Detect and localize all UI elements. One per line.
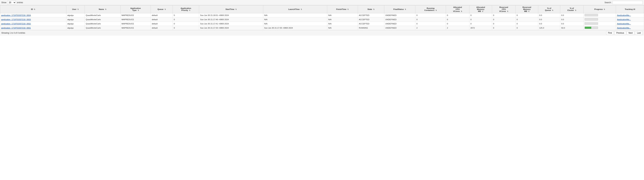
cell-runningContainers: 0 [415, 22, 446, 26]
top-bar: Show 10 20 50 100 entries Search: [0, 0, 644, 5]
cell-appType: MAPREDUCE [120, 22, 151, 26]
sort-arrows-apppriority: ⇅ [189, 10, 190, 11]
cell-runningContainers: 2 [415, 26, 446, 30]
cell-progress [584, 26, 616, 30]
cell-appType: MAPREDUCE [120, 26, 151, 30]
previous-button[interactable]: Previous [614, 31, 626, 35]
cell-queue: default [150, 22, 172, 26]
col-id[interactable]: ID ⇅ [0, 5, 66, 13]
col-start-time[interactable]: StartTime ⇅ [199, 5, 263, 13]
sort-arrows-progress: ⇅ [604, 9, 605, 10]
cell-reservedMemory: 0 [516, 13, 538, 18]
cell-pctQueue: 0.0 [538, 22, 560, 26]
cell-trackingUI[interactable]: ApplicationMa... [616, 22, 644, 26]
col-alloc-memory[interactable]: AllocatedMemoryMB ⇅ [470, 5, 492, 13]
cell-launchTime: N/A [263, 22, 327, 26]
col-reserved-cpu[interactable]: ReservedCPUVCores ⇅ [492, 5, 516, 13]
cell-progress [584, 22, 616, 26]
cell-startTime: Sun Jun 30 21:18:01 +0800 2024 [199, 13, 263, 18]
pagination-buttons: First Previous Next Last [606, 31, 643, 35]
last-button[interactable]: Last [635, 31, 643, 35]
table-row: application_1719753337218_0002atguiguQua… [0, 22, 644, 26]
col-pct-cluster[interactable]: % ofCluster ⇅ [560, 5, 584, 13]
cell-name: QuasiMonteCarlo [84, 26, 120, 30]
col-progress[interactable]: Progress ⇅ [584, 5, 616, 13]
search-bar: Search: [604, 1, 643, 4]
col-app-priority[interactable]: ApplicationPriority ⇅ [172, 5, 199, 13]
cell-startTime: Sun Jun 30 21:17:41 +0800 2024 [199, 22, 263, 26]
col-app-type[interactable]: ApplicationType ⇅ [120, 5, 151, 13]
cell-reservedCPU: 0 [492, 26, 516, 30]
first-button[interactable]: First [606, 31, 614, 35]
cell-startTime: Sun Jun 30 21:17:46 +0800 2024 [199, 18, 263, 22]
show-entries-container: Show 10 20 50 100 entries [1, 1, 23, 4]
cell-state: ACCEPTED [358, 22, 384, 26]
col-name[interactable]: Name ⇅ [84, 5, 120, 13]
entries-label: entries [17, 1, 23, 4]
col-final-status[interactable]: FinalStatus ⇅ [384, 5, 415, 13]
sort-arrows-user: ⇅ [78, 9, 79, 10]
progress-bar-container [584, 27, 598, 29]
cell-trackingUI[interactable]: ApplicationMa... [616, 18, 644, 22]
sort-arrows-alloccpu: ⇅ [461, 11, 462, 12]
cell-progress [584, 18, 616, 22]
cell-finalStatus: UNDEFINED [384, 22, 415, 26]
cell-id[interactable]: application_1719753337218_0003 [0, 18, 66, 22]
cell-id[interactable]: application_1719753337218_0002 [0, 22, 66, 26]
cell-id[interactable]: application_1719753337218_0001 [0, 26, 66, 30]
table-row: application_1719753337218_0001atguiguQua… [0, 26, 644, 30]
cell-reservedCPU: 0 [492, 13, 516, 18]
sort-arrows-apptype: ⇅ [138, 10, 139, 11]
cell-allocMemory: 3072 [470, 26, 492, 30]
sort-arrows-id: ⇅ [34, 9, 35, 10]
col-running-containers[interactable]: RunningContainers ⇅ [415, 5, 446, 13]
cell-state: ACCEPTED [358, 18, 384, 22]
cell-allocCPU: 0 [446, 22, 469, 26]
cell-pctCluster: 0.0 [560, 18, 584, 22]
sort-arrows-finalstatus: ⇅ [405, 9, 406, 10]
cell-name: QuasiMonteCarlo [84, 18, 120, 22]
col-reserved-memory[interactable]: ReservedMemoryMB ⇅ [516, 5, 538, 13]
cell-pctQueue: 0.0 [538, 13, 560, 18]
progress-bar-fill [585, 27, 591, 29]
table-header-row: ID ⇅ User ⇅ Name ⇅ ApplicationType ⇅ Que… [0, 5, 644, 13]
cell-launchTime: N/A [263, 13, 327, 18]
col-launch-time[interactable]: LaunchTime ⇅ [263, 5, 327, 13]
col-alloc-cpu[interactable]: AllocatedCPUVCores ⇅ [446, 5, 469, 13]
entries-select[interactable]: 10 20 50 100 [8, 1, 16, 4]
cell-launchTime: N/A [263, 18, 327, 22]
cell-reservedMemory: 0 [516, 26, 538, 30]
cell-trackingUI[interactable]: ApplicationMa... [616, 13, 644, 18]
cell-state: ACCEPTED [358, 13, 384, 18]
cell-finishTime: N/A [327, 26, 358, 30]
sort-arrows-rescpu: ⇅ [507, 11, 508, 12]
sort-arrows-resmem: ⇅ [528, 11, 530, 12]
col-tracking-ui[interactable]: Tracking UI [616, 5, 644, 13]
cell-allocMemory: 0 [470, 18, 492, 22]
cell-appType: MAPREDUCE [120, 13, 151, 18]
progress-bar-container [584, 22, 598, 25]
cell-trackingUI[interactable]: ApplicationMa... [616, 26, 644, 30]
cell-id[interactable]: application_1719753337218_0004 [0, 13, 66, 18]
cell-runningContainers: 0 [415, 13, 446, 18]
cell-user: atguigu [66, 13, 85, 18]
cell-reservedMemory: 0 [516, 18, 538, 22]
cell-appType: MAPREDUCE [120, 18, 151, 22]
sort-arrows-starttime: ⇅ [235, 9, 237, 10]
cell-finishTime: N/A [327, 13, 358, 18]
cell-finishTime: N/A [327, 18, 358, 22]
cell-allocCPU: 0 [446, 18, 469, 22]
cell-name: QuasiMonteCarlo [84, 13, 120, 18]
cell-pctCluster: 0.0 [560, 22, 584, 26]
next-button[interactable]: Next [627, 31, 634, 35]
search-input[interactable] [612, 1, 643, 4]
col-user[interactable]: User ⇅ [66, 5, 85, 13]
col-queue[interactable]: Queue ⇅ [150, 5, 172, 13]
cell-allocMemory: 0 [470, 22, 492, 26]
cell-user: atguigu [66, 18, 85, 22]
col-state[interactable]: State ⇅ [358, 5, 384, 13]
cell-allocCPU: 0 [446, 13, 469, 18]
col-pct-queue[interactable]: % ofQueue ⇅ [538, 5, 560, 13]
col-finish-time[interactable]: FinishTime ⇅ [327, 5, 358, 13]
table-wrapper: ID ⇅ User ⇅ Name ⇅ ApplicationType ⇅ Que… [0, 5, 644, 30]
